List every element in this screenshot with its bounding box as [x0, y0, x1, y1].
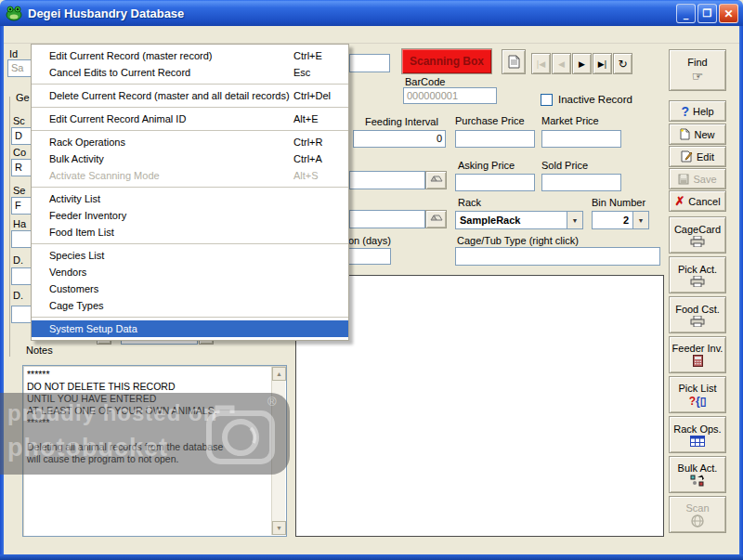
menu-item-label: Edit Current Record Animal ID: [49, 113, 186, 124]
field-label: Se: [13, 185, 25, 196]
menu-item-shortcut: Ctrl+R: [293, 134, 322, 150]
help-button[interactable]: ? Help: [669, 100, 726, 122]
menu-item-shortcut: Alt+S: [293, 167, 319, 184]
menu-item-vendors[interactable]: Vendors: [32, 264, 348, 280]
barcode-field[interactable]: 000000001: [403, 87, 497, 104]
clear-field-button[interactable]: [425, 210, 447, 228]
feeding-interval-field[interactable]: 0: [353, 130, 446, 148]
menu-item-rack-operations[interactable]: Rack OperationsCtrl+R: [32, 134, 348, 150]
menu-item-delete-current-record-master-and-all-detail-records[interactable]: Delete Current Record (master and all de…: [32, 87, 348, 104]
menu-separator: [32, 107, 348, 108]
purchase-price-field[interactable]: [455, 130, 535, 148]
id-label: Id: [9, 48, 18, 59]
save-button[interactable]: Save: [669, 168, 726, 189]
cage-tub-type-field[interactable]: [455, 247, 660, 266]
detail-panel: [295, 275, 664, 537]
rack-combobox[interactable]: SampleRack ▼: [455, 211, 583, 229]
nav-last-button[interactable]: ▶|: [593, 53, 612, 74]
partial-eraser-field[interactable]: [349, 210, 425, 228]
menu-item-cage-types[interactable]: Cage Types: [32, 297, 348, 314]
scroll-up-icon[interactable]: ▲: [272, 367, 286, 381]
printer-icon: [690, 236, 705, 247]
menu-item-cancel-edits-to-current-record[interactable]: Cancel Edits to Current RecordEsc: [32, 64, 348, 81]
days-field[interactable]: [348, 248, 391, 265]
menu-separator: [32, 84, 348, 85]
new-button[interactable]: New: [669, 124, 726, 145]
bulk-act-button[interactable]: Bulk Act.: [669, 456, 726, 493]
nav-previous-button[interactable]: ◀: [552, 53, 571, 74]
scan-button[interactable]: Scan: [669, 496, 726, 533]
chevron-down-icon[interactable]: ▼: [632, 212, 648, 228]
menu-item-food-item-list[interactable]: Food Item List: [32, 224, 348, 241]
question-icon: ?: [681, 104, 689, 119]
pick-act-button[interactable]: Pick Act.: [669, 256, 726, 293]
menu-bar: [4, 26, 739, 44]
menu-item-system-setup-data[interactable]: System Setup Data: [32, 320, 348, 337]
chevron-down-icon[interactable]: ▼: [567, 212, 582, 228]
field-label: Sc: [13, 115, 25, 126]
asking-price-label: Asking Price: [458, 160, 515, 171]
cancel-button[interactable]: ✗ Cancel: [669, 190, 726, 212]
menu-item-edit-current-record-animal-id[interactable]: Edit Current Record Animal IDAlt+E: [32, 111, 348, 127]
notes-label: Notes: [26, 345, 53, 356]
menu-item-label: Customers: [49, 283, 98, 294]
menu-item-customers[interactable]: Customers: [32, 280, 348, 297]
window-border-right: [739, 24, 743, 560]
menu-item-label: Species List: [49, 250, 104, 261]
bin-number-combobox[interactable]: 2 ▼: [592, 211, 649, 229]
menu-item-activate-scanning-mode[interactable]: Activate Scanning ModeAlt+S: [32, 167, 348, 184]
scanning-box[interactable]: Scanning Box: [401, 48, 492, 74]
sold-price-field[interactable]: [541, 174, 621, 191]
clear-field-button[interactable]: [425, 171, 447, 189]
food-cst-button[interactable]: Food Cst.: [669, 296, 726, 333]
pick-list-button[interactable]: Pick List ?{▯: [669, 376, 726, 413]
menu-item-shortcut: Ctrl+A: [293, 150, 322, 167]
grid-icon: [690, 436, 705, 447]
edit-document-icon: [681, 150, 693, 163]
partial-top-field[interactable]: [349, 54, 390, 72]
partial-eraser-field[interactable]: [349, 171, 425, 189]
feeder-inv-button[interactable]: Feeder Inv.: [669, 336, 726, 373]
menu-item-activity-list[interactable]: Activity List: [32, 190, 348, 207]
market-price-field[interactable]: [541, 130, 621, 148]
find-button[interactable]: Find ☞: [669, 49, 726, 91]
bin-number-label: Bin Number: [592, 197, 645, 208]
menu-item-label: Activate Scanning Mode: [49, 170, 160, 181]
maximize-button[interactable]: ❐: [697, 4, 717, 23]
calculator-icon: [693, 355, 703, 367]
scroll-down-icon[interactable]: ▼: [272, 521, 286, 535]
inactive-record-label: Inactive Record: [558, 94, 632, 105]
menu-item-label: Edit Current Record (master record): [49, 50, 212, 61]
previous-record-icon: ◀: [558, 59, 565, 69]
menu-item-feeder-inventory[interactable]: Feeder Inventory: [32, 207, 348, 224]
pick-list-icon: ?{▯: [689, 395, 707, 408]
menu-item-bulk-activity[interactable]: Bulk ActivityCtrl+A: [32, 150, 348, 167]
inactive-record-checkbox[interactable]: [541, 94, 553, 106]
close-button[interactable]: ✕: [719, 4, 738, 23]
rack-ops-button[interactable]: Rack Ops.: [669, 416, 726, 453]
edit-menu: Edit Current Record (master record)Ctrl+…: [31, 44, 349, 341]
menu-item-edit-current-record-master-record[interactable]: Edit Current Record (master record)Ctrl+…: [32, 47, 348, 64]
menu-item-label: Vendors: [49, 267, 86, 278]
nav-first-button[interactable]: |◀: [531, 53, 551, 74]
feeding-interval-label: Feeding Interval: [365, 116, 438, 127]
eraser-icon: [430, 176, 443, 185]
next-record-icon: ▶: [579, 59, 585, 69]
days-label: on (days): [348, 235, 391, 246]
globe-icon: [691, 514, 704, 527]
edit-button[interactable]: Edit: [669, 146, 726, 167]
menu-separator: [32, 243, 348, 244]
menu-item-species-list[interactable]: Species List: [32, 247, 348, 264]
asking-price-field[interactable]: [455, 174, 535, 191]
menu-item-label: Bulk Activity: [49, 153, 104, 164]
cagecard-button[interactable]: CageCard: [669, 216, 726, 254]
nav-next-button[interactable]: ▶: [572, 53, 592, 74]
watermark-line1: proudly hosted on: [7, 400, 217, 426]
minimize-button[interactable]: –: [676, 4, 696, 23]
menu-item-label: Cage Types: [49, 300, 104, 311]
nav-refresh-button[interactable]: ↻: [613, 53, 632, 74]
record-notes-button[interactable]: [502, 49, 526, 74]
red-x-icon: ✗: [674, 194, 684, 208]
window-border-bottom: [0, 554, 743, 560]
camera-icon: [204, 400, 277, 467]
